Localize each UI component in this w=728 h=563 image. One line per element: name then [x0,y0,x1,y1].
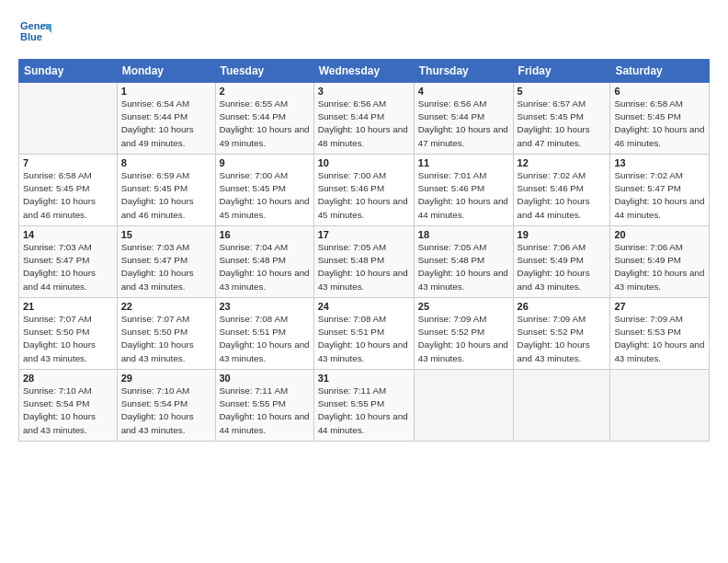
svg-text:Blue: Blue [20,31,42,42]
day-detail: Sunrise: 7:06 AM Sunset: 5:49 PM Dayligh… [614,241,705,293]
week-row-4: 21Sunrise: 7:07 AM Sunset: 5:50 PM Dayli… [19,298,710,370]
day-number: 29 [121,373,211,384]
page: General Blue SundayMondayTuesdayWednesda… [0,0,728,451]
weekday-header-tuesday: Tuesday [215,60,313,83]
day-detail: Sunrise: 7:07 AM Sunset: 5:50 PM Dayligh… [23,313,113,365]
logo-icon: General Blue [18,17,51,50]
day-number: 12 [518,157,607,168]
day-number: 2 [220,86,310,97]
day-detail: Sunrise: 7:01 AM Sunset: 5:46 PM Dayligh… [418,169,509,222]
calendar-cell: 7Sunrise: 6:58 AM Sunset: 5:45 PM Daylig… [19,155,118,226]
calendar-cell: 20Sunrise: 7:06 AM Sunset: 5:49 PM Dayli… [610,226,710,298]
weekday-header-wednesday: Wednesday [313,60,414,83]
calendar-cell: 5Sunrise: 6:57 AM Sunset: 5:45 PM Daylig… [513,83,610,155]
day-detail: Sunrise: 7:02 AM Sunset: 5:47 PM Dayligh… [614,169,705,222]
calendar-cell: 24Sunrise: 7:08 AM Sunset: 5:51 PM Dayli… [313,298,414,370]
calendar-cell: 16Sunrise: 7:04 AM Sunset: 5:48 PM Dayli… [215,226,313,298]
day-number: 26 [518,301,607,312]
day-number: 30 [220,373,310,384]
day-detail: Sunrise: 7:00 AM Sunset: 5:45 PM Dayligh… [220,169,310,222]
calendar-cell: 14Sunrise: 7:03 AM Sunset: 5:47 PM Dayli… [19,226,118,298]
calendar-cell: 22Sunrise: 7:07 AM Sunset: 5:50 PM Dayli… [117,298,215,370]
calendar-cell: 29Sunrise: 7:10 AM Sunset: 5:54 PM Dayli… [117,370,215,442]
calendar-cell [610,370,710,442]
day-number: 6 [614,86,705,97]
calendar-cell: 30Sunrise: 7:11 AM Sunset: 5:55 PM Dayli… [215,370,313,442]
day-detail: Sunrise: 7:08 AM Sunset: 5:51 PM Dayligh… [318,313,410,365]
day-number: 16 [220,229,310,240]
calendar-cell: 25Sunrise: 7:09 AM Sunset: 5:52 PM Dayli… [414,298,513,370]
day-number: 19 [518,229,607,240]
week-row-1: 1Sunrise: 6:54 AM Sunset: 5:44 PM Daylig… [19,83,710,155]
day-number: 14 [23,229,113,240]
calendar-cell: 23Sunrise: 7:08 AM Sunset: 5:51 PM Dayli… [215,298,313,370]
day-number: 28 [23,373,113,384]
day-number: 17 [318,229,410,240]
calendar-cell: 2Sunrise: 6:55 AM Sunset: 5:44 PM Daylig… [215,83,313,155]
day-detail: Sunrise: 7:07 AM Sunset: 5:50 PM Dayligh… [121,313,211,365]
day-detail: Sunrise: 7:00 AM Sunset: 5:46 PM Dayligh… [318,169,410,222]
day-detail: Sunrise: 6:55 AM Sunset: 5:44 PM Dayligh… [220,98,310,150]
weekday-header-row: SundayMondayTuesdayWednesdayThursdayFrid… [19,60,710,83]
calendar-cell: 4Sunrise: 6:56 AM Sunset: 5:44 PM Daylig… [414,83,513,155]
day-number: 22 [121,301,211,312]
calendar-cell: 13Sunrise: 7:02 AM Sunset: 5:47 PM Dayli… [610,155,710,226]
day-detail: Sunrise: 7:03 AM Sunset: 5:47 PM Dayligh… [23,241,113,293]
day-detail: Sunrise: 7:06 AM Sunset: 5:49 PM Dayligh… [518,241,607,293]
day-detail: Sunrise: 7:02 AM Sunset: 5:46 PM Dayligh… [518,169,607,222]
day-number: 10 [318,157,410,168]
day-number: 11 [418,157,509,168]
calendar-cell: 28Sunrise: 7:10 AM Sunset: 5:54 PM Dayli… [19,370,118,442]
calendar-cell: 9Sunrise: 7:00 AM Sunset: 5:45 PM Daylig… [215,155,313,226]
calendar-cell: 31Sunrise: 7:11 AM Sunset: 5:55 PM Dayli… [313,370,414,442]
day-detail: Sunrise: 6:59 AM Sunset: 5:45 PM Dayligh… [121,169,211,222]
day-number: 3 [318,86,410,97]
weekday-header-friday: Friday [513,60,610,83]
logo-area: General Blue [18,17,51,50]
calendar-cell: 6Sunrise: 6:58 AM Sunset: 5:45 PM Daylig… [610,83,710,155]
day-number: 5 [518,86,607,97]
weekday-header-sunday: Sunday [19,60,118,83]
day-detail: Sunrise: 7:11 AM Sunset: 5:55 PM Dayligh… [220,385,310,437]
day-number: 20 [614,229,705,240]
day-number: 27 [614,301,705,312]
day-detail: Sunrise: 7:10 AM Sunset: 5:54 PM Dayligh… [23,385,113,437]
day-detail: Sunrise: 6:56 AM Sunset: 5:44 PM Dayligh… [318,98,410,150]
day-detail: Sunrise: 7:03 AM Sunset: 5:47 PM Dayligh… [121,241,211,293]
calendar-cell: 17Sunrise: 7:05 AM Sunset: 5:48 PM Dayli… [313,226,414,298]
day-number: 23 [220,301,310,312]
weekday-header-thursday: Thursday [414,60,513,83]
calendar-cell [513,370,610,442]
day-detail: Sunrise: 6:54 AM Sunset: 5:44 PM Dayligh… [121,98,211,150]
calendar-cell [19,83,118,155]
day-number: 8 [121,157,211,168]
day-detail: Sunrise: 7:09 AM Sunset: 5:52 PM Dayligh… [418,313,509,365]
week-row-5: 28Sunrise: 7:10 AM Sunset: 5:54 PM Dayli… [19,370,710,442]
day-number: 21 [23,301,113,312]
calendar-table: SundayMondayTuesdayWednesdayThursdayFrid… [18,59,710,442]
calendar-cell: 10Sunrise: 7:00 AM Sunset: 5:46 PM Dayli… [313,155,414,226]
day-detail: Sunrise: 7:10 AM Sunset: 5:54 PM Dayligh… [121,385,211,437]
day-number: 25 [418,301,509,312]
day-detail: Sunrise: 7:09 AM Sunset: 5:52 PM Dayligh… [518,313,607,365]
day-number: 1 [121,86,211,97]
day-detail: Sunrise: 7:09 AM Sunset: 5:53 PM Dayligh… [614,313,705,365]
calendar-cell: 12Sunrise: 7:02 AM Sunset: 5:46 PM Dayli… [513,155,610,226]
week-row-3: 14Sunrise: 7:03 AM Sunset: 5:47 PM Dayli… [19,226,710,298]
day-number: 7 [23,157,113,168]
day-number: 18 [418,229,509,240]
calendar-cell: 1Sunrise: 6:54 AM Sunset: 5:44 PM Daylig… [117,83,215,155]
calendar-cell: 26Sunrise: 7:09 AM Sunset: 5:52 PM Dayli… [513,298,610,370]
day-number: 15 [121,229,211,240]
day-detail: Sunrise: 6:58 AM Sunset: 5:45 PM Dayligh… [23,169,113,222]
day-number: 4 [418,86,509,97]
logo: General Blue [18,17,51,50]
calendar-cell: 15Sunrise: 7:03 AM Sunset: 5:47 PM Dayli… [117,226,215,298]
day-detail: Sunrise: 6:56 AM Sunset: 5:44 PM Dayligh… [418,98,509,150]
week-row-2: 7Sunrise: 6:58 AM Sunset: 5:45 PM Daylig… [19,155,710,226]
day-number: 31 [318,373,410,384]
day-detail: Sunrise: 7:05 AM Sunset: 5:48 PM Dayligh… [318,241,410,293]
weekday-header-monday: Monday [117,60,215,83]
day-number: 9 [220,157,310,168]
calendar-cell: 27Sunrise: 7:09 AM Sunset: 5:53 PM Dayli… [610,298,710,370]
